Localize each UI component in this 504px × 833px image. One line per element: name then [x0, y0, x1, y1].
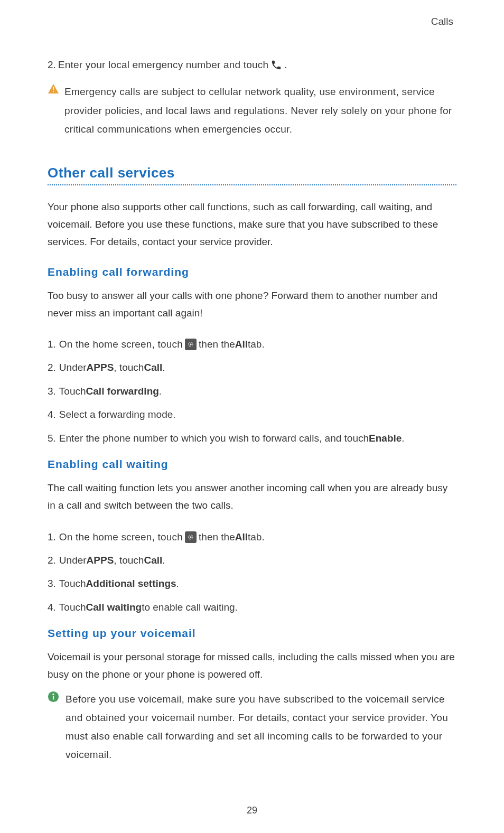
page-number: 29 [0, 805, 504, 816]
waiting-intro: The call waiting function lets you answe… [48, 479, 456, 514]
step-text: Select a forwarding mode. [59, 407, 176, 423]
step-number: 2. [48, 360, 56, 376]
forwarding-step-5: 5. Enter the phone number to which you w… [48, 430, 456, 446]
settings-gear-icon [185, 531, 197, 543]
step-text-after: . [162, 360, 165, 376]
warning-triangle-icon [48, 83, 59, 96]
step-text-after: tab. [248, 336, 265, 352]
step-text: Touch [59, 576, 86, 592]
step-text-after: . [402, 430, 404, 446]
step-bold: Call [144, 360, 162, 376]
step-text: On the home screen, touch [59, 529, 183, 545]
subheading-voicemail: Setting up your voicemail [48, 627, 456, 640]
warning-callout: Emergency calls are subject to cellular … [48, 82, 456, 138]
waiting-step-3: 3. Touch Additional settings . [48, 576, 456, 592]
step-number: 3. [48, 383, 56, 399]
step-text-before: Enter your local emergency number and to… [58, 57, 268, 73]
header-section-label: Calls [48, 16, 456, 27]
svg-point-3 [190, 344, 191, 345]
forwarding-step-2: 2. Under APPS , touch Call . [48, 360, 456, 376]
waiting-step-2: 2. Under APPS , touch Call . [48, 553, 456, 568]
step-text-after: . [176, 576, 179, 592]
subheading-call-waiting: Enabling call waiting [48, 458, 456, 471]
info-callout: Before you use voicemail, make sure you … [48, 690, 456, 764]
step-text-after: . [162, 553, 165, 568]
step-number: 2. [48, 553, 56, 568]
forwarding-step-3: 3. Touch Call forwarding . [48, 383, 456, 399]
section-heading-other-call-services: Other call services [48, 165, 456, 185]
step-text: Under [59, 360, 87, 376]
step-text-after: . [284, 57, 287, 73]
forwarding-step-4: 4. Select a forwarding mode. [48, 407, 456, 423]
voicemail-intro: Voicemail is your personal storage for m… [48, 648, 456, 684]
step-number: 4. [48, 600, 56, 615]
step-text-mid: then the [199, 336, 235, 352]
step-bold: Additional settings [86, 576, 176, 592]
step-bold: All [235, 336, 248, 352]
step-text: On the home screen, touch [59, 336, 183, 352]
svg-point-7 [52, 693, 54, 695]
step-bold: Call [144, 553, 162, 568]
step-number: 4. [48, 407, 56, 423]
step-text-mid: , touch [114, 360, 144, 376]
waiting-step-1: 1. On the home screen, touch then the Al… [48, 529, 456, 545]
step-bold: Call waiting [86, 600, 142, 615]
step-text: Enter the phone number to which you wish… [59, 430, 369, 446]
subheading-call-forwarding: Enabling call forwarding [48, 266, 456, 278]
step-text-mid: , touch [114, 553, 144, 568]
step-number: 2. [48, 57, 56, 73]
warning-text: Emergency calls are subject to cellular … [64, 82, 456, 138]
step-bold: Call forwarding [86, 383, 159, 399]
svg-rect-8 [53, 696, 54, 699]
step-text-mid: then the [199, 529, 235, 545]
step-bold: Enable [369, 430, 402, 446]
forwarding-step-1: 1. On the home screen, touch then the Al… [48, 336, 456, 352]
emergency-step-2: 2. Enter your local emergency number and… [48, 57, 456, 73]
step-bold: All [235, 529, 248, 545]
step-text: Touch [59, 383, 86, 399]
phone-handset-icon [270, 59, 282, 71]
settings-gear-icon [185, 339, 197, 350]
svg-rect-0 [53, 87, 54, 90]
forwarding-intro: Too busy to answer all your calls with o… [48, 287, 456, 322]
svg-point-5 [190, 536, 191, 538]
step-text: Touch [59, 600, 86, 615]
step-text-after: to enable call waiting. [142, 600, 238, 615]
step-number: 1. [48, 529, 56, 545]
step-text-after: tab. [248, 529, 265, 545]
svg-rect-1 [53, 91, 54, 92]
step-number: 1. [48, 336, 56, 352]
waiting-step-4: 4. Touch Call waiting to enable call wai… [48, 600, 456, 615]
step-text-after: . [159, 383, 162, 399]
info-circle-icon [48, 691, 59, 705]
step-text: Under [59, 553, 87, 568]
intro-paragraph: Your phone also supports other call func… [48, 198, 456, 251]
step-number: 3. [48, 576, 56, 592]
step-bold: APPS [87, 360, 114, 376]
info-text: Before you use voicemail, make sure you … [66, 690, 456, 764]
step-bold: APPS [87, 553, 114, 568]
step-number: 5. [48, 430, 56, 446]
